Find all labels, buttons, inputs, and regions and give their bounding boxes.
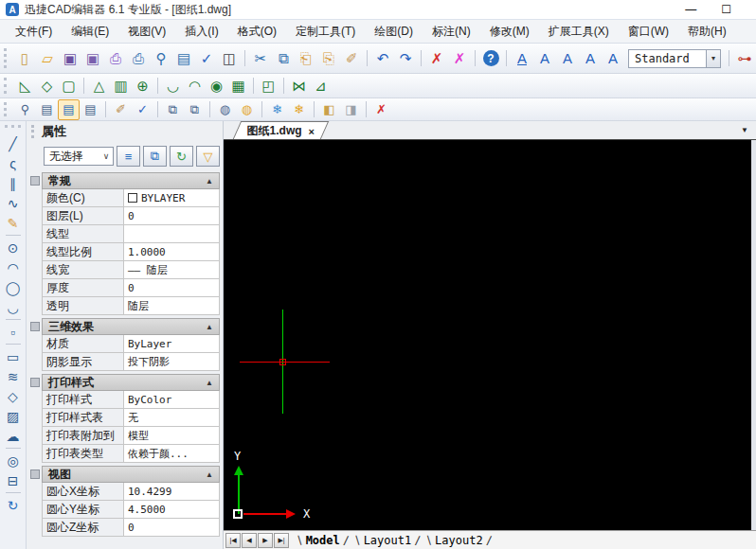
menu-insert[interactable]: 插入(I) <box>175 20 227 43</box>
maximize-button[interactable]: ☐ <box>721 4 731 15</box>
3d-face-tool[interactable]: ◰ <box>258 76 279 97</box>
layer-on-button[interactable]: ◍ <box>236 99 258 120</box>
section-view-header[interactable]: 视图 ▲ <box>42 466 220 483</box>
box-tool[interactable]: ▢ <box>58 76 80 97</box>
save-as-acis-button[interactable]: ▣ <box>81 46 104 71</box>
property-value[interactable]: —— 随层 <box>124 261 219 278</box>
layer-thaw-button[interactable]: ❄ <box>288 99 310 120</box>
wedge-tool[interactable]: ◺ <box>14 76 36 97</box>
menu-draw[interactable]: 绘图(D) <box>365 20 423 43</box>
layer-preview-button[interactable]: ⚲ <box>14 99 36 120</box>
page-setup-button[interactable]: ▤ <box>172 46 195 71</box>
wipeout-tool[interactable]: ⊟ <box>3 470 24 490</box>
undo-button[interactable]: ↶ <box>371 46 394 71</box>
dimension-partial-icon[interactable]: ⊶ <box>733 46 756 71</box>
edit-text-button[interactable]: A <box>579 46 602 71</box>
property-value[interactable]: 10.4299 <box>124 483 219 500</box>
erase-button[interactable]: ✗ <box>448 46 471 71</box>
cone-tool[interactable]: △ <box>88 76 110 97</box>
property-value[interactable]: 0 <box>124 207 219 224</box>
menu-express-tools[interactable]: 扩展工具(X) <box>539 20 619 43</box>
redo-button[interactable]: ↷ <box>394 46 417 71</box>
export-button[interactable]: ⎙ <box>104 46 127 71</box>
layer-set-current-button[interactable]: ✓ <box>132 99 153 120</box>
regen-tool[interactable]: ↻ <box>3 495 24 515</box>
first-tab-button[interactable]: |◀ <box>225 533 241 548</box>
layer-off-button[interactable]: ◍ <box>214 99 236 120</box>
property-value[interactable]: ByLayer <box>124 335 219 352</box>
menu-help[interactable]: 帮助(H) <box>678 20 736 43</box>
property-value[interactable]: 随层 <box>124 297 219 314</box>
property-value[interactable]: ByColor <box>124 391 219 408</box>
property-value[interactable]: 0 <box>124 519 219 536</box>
text-style-dropdown[interactable]: Standard▾ <box>628 49 721 68</box>
filter-button[interactable]: ▽ <box>196 146 220 167</box>
collapse-arrow-icon[interactable]: ▲ <box>206 177 213 186</box>
print-preview-button[interactable]: ⚲ <box>150 46 172 71</box>
polyline-tool[interactable]: ς <box>3 153 24 173</box>
polygon-tool[interactable]: ◇ <box>3 386 24 406</box>
rectangle-tool[interactable]: ▭ <box>3 346 24 366</box>
section-3d-effects-header[interactable]: 三维效果 ▲ <box>42 318 220 335</box>
property-value[interactable]: 模型 <box>124 427 219 444</box>
help-button[interactable]: ? <box>479 46 502 71</box>
menu-window[interactable]: 窗口(W) <box>619 20 678 43</box>
model-tab[interactable]: Model <box>294 534 351 547</box>
ellipse-tool[interactable]: ◯ <box>3 277 24 297</box>
region-tool[interactable]: ☁ <box>3 426 24 446</box>
layer-properties-button[interactable]: ▤ <box>58 99 80 120</box>
property-value[interactable]: 投下阴影 <box>124 353 219 370</box>
find-text-button[interactable]: A <box>602 46 624 71</box>
save-button[interactable]: ▣ <box>59 46 81 71</box>
model-canvas[interactable]: Y X <box>224 140 756 530</box>
last-tab-button[interactable]: ▶| <box>274 533 289 548</box>
menu-modify[interactable]: 修改(M) <box>480 20 539 43</box>
document-tab[interactable]: 图纸1.dwg × <box>233 121 330 139</box>
canvas-scrollbar[interactable] <box>751 140 756 530</box>
collapse-arrow-icon[interactable]: ▲ <box>206 379 213 387</box>
single-line-text-button[interactable]: A <box>533 46 556 71</box>
layer-manager-button[interactable]: ▤ <box>36 99 58 120</box>
property-value[interactable]: 1.0000 <box>124 243 219 260</box>
point-tool[interactable]: ▫ <box>3 322 24 342</box>
layer-match-button[interactable]: ✐ <box>110 99 132 120</box>
layer-freeze-button[interactable]: ❄ <box>266 99 288 120</box>
sketch-tool[interactable]: ✎ <box>3 213 24 233</box>
select-objects-button[interactable]: ⧉ <box>143 146 167 167</box>
ellipse-arc-tool[interactable]: ◡ <box>3 297 24 317</box>
layout2-tab[interactable]: Layout2 <box>423 534 494 547</box>
spline-tool[interactable]: ∿ <box>3 193 24 213</box>
quick-select-button[interactable]: ↻ <box>170 146 193 167</box>
menu-view[interactable]: 视图(V) <box>118 20 175 43</box>
revolved-surface-tool[interactable]: ⋈ <box>288 76 310 97</box>
property-value[interactable] <box>124 225 219 242</box>
text-style-button[interactable]: A <box>511 46 533 71</box>
section-general-header[interactable]: 常规 ▲ <box>42 172 220 189</box>
next-tab-button[interactable]: ▶ <box>258 533 273 548</box>
open-file-button[interactable]: ▱ <box>36 46 59 71</box>
menu-edit[interactable]: 编辑(E) <box>62 20 118 43</box>
pickadd-toggle-button[interactable]: ≡ <box>117 146 140 167</box>
pyramid-tool[interactable]: ◇ <box>36 76 58 97</box>
print-button[interactable]: ⎙ <box>127 46 150 71</box>
arc-tool[interactable]: ◠ <box>3 257 24 277</box>
layer-unlock-button[interactable]: ◨ <box>340 99 362 120</box>
double-line-tool[interactable]: ∥ <box>3 173 24 193</box>
property-value[interactable]: 0 <box>124 279 219 296</box>
property-value[interactable]: 4.5000 <box>124 501 219 518</box>
menu-file[interactable]: 文件(F) <box>6 20 62 43</box>
property-value[interactable]: BYLAYER <box>124 189 219 206</box>
multiline-text-button[interactable]: A <box>556 46 579 71</box>
prev-tab-button[interactable]: ◀ <box>242 533 257 548</box>
ruled-surface-tool[interactable]: ⊿ <box>310 76 332 97</box>
layout1-tab[interactable]: Layout1 <box>351 534 423 547</box>
paste-button[interactable]: ⎗ <box>295 46 317 71</box>
helix-tool[interactable]: ≋ <box>3 366 24 386</box>
donut-tool[interactable]: ◎ <box>3 451 24 470</box>
spell-check-button[interactable]: ✓ <box>195 46 218 71</box>
tab-list-dropdown-icon[interactable]: ▼ <box>741 126 748 134</box>
line-tool[interactable]: ╱ <box>3 133 24 153</box>
paste-special-button[interactable]: ⎘ <box>317 46 340 71</box>
minimize-button[interactable]: — <box>685 4 696 15</box>
dome-tool[interactable]: ◠ <box>184 76 206 97</box>
